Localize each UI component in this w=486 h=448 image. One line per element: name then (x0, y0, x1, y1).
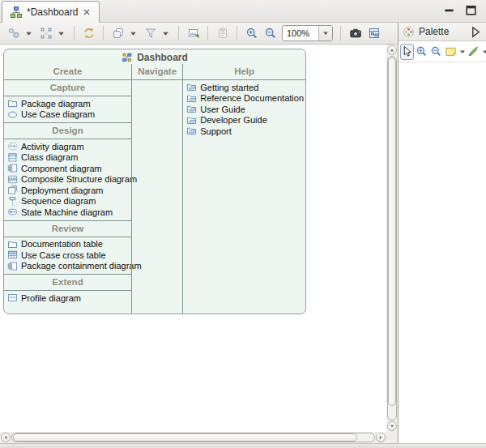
arrange-layout-button-dropdown[interactable] (58, 30, 65, 37)
chevron-down-icon (322, 30, 329, 36)
palette-panel: Palette (398, 23, 486, 443)
zoom-in-button[interactable] (243, 25, 260, 42)
item-support[interactable]: Support (183, 126, 305, 137)
item-use-case-cross-table[interactable]: Use Case cross table (4, 250, 131, 261)
palette-header[interactable]: Palette (399, 23, 486, 41)
export-image-icon (187, 27, 200, 40)
edit-tool-dropdown[interactable] (482, 49, 486, 55)
item-label: Use Case cross table (21, 250, 106, 260)
scroll-left-icon[interactable] (2, 434, 9, 441)
palette-body[interactable] (399, 62, 486, 443)
item-activity-diagram[interactable]: Activity diagram (4, 141, 131, 152)
item-state-machine-diagram[interactable]: State Machine diagram (4, 207, 131, 218)
scroll-down-icon[interactable] (389, 423, 395, 429)
toolbar: 100% (0, 23, 398, 45)
statemachine-icon (7, 207, 18, 217)
maximize-button[interactable] (464, 3, 478, 17)
filter-button[interactable] (142, 25, 159, 42)
item-label: Component diagram (21, 164, 102, 173)
select-tool[interactable] (400, 44, 414, 60)
dashboard-column-help: HelpGetting startedReference Documentati… (183, 64, 305, 314)
filter-icon (144, 27, 157, 40)
item-deployment-diagram[interactable]: Deployment diagram (4, 185, 131, 196)
toolbar-separator (74, 26, 75, 41)
zoom-out-button[interactable] (262, 25, 279, 42)
diagram-nodes-button[interactable] (5, 25, 22, 42)
section-header-design: Design (4, 123, 131, 139)
synchronize-button[interactable] (80, 25, 97, 42)
zoom-level-dropdown-button[interactable] (318, 25, 332, 41)
snapshot-button[interactable] (347, 25, 364, 42)
item-getting-started[interactable]: Getting started (183, 82, 305, 93)
vertical-scroll-track[interactable] (387, 56, 397, 420)
activity-icon (7, 141, 18, 151)
paste-button (214, 25, 231, 42)
dashboard-title-row: Dashboard (4, 49, 305, 64)
column-body (132, 80, 182, 314)
copy-appearance-button[interactable] (109, 25, 126, 42)
nodes-icon (7, 27, 20, 40)
camera-icon (349, 27, 362, 40)
shapes-icon (112, 27, 125, 40)
diagram-window-button[interactable] (365, 25, 382, 42)
item-component-diagram[interactable]: Component diagram (4, 163, 131, 174)
tab-dashboard[interactable]: *Dashboard (2, 1, 100, 23)
item-package-containment-diagram[interactable]: Package containment diagram (4, 261, 131, 272)
item-class-diagram[interactable]: Class diagram (4, 152, 131, 164)
zoom-in-tool[interactable] (415, 44, 428, 60)
usecase-icon (7, 109, 18, 120)
dashboard-icon (122, 52, 133, 63)
item-documentation-table[interactable]: Documentation table (4, 239, 131, 250)
note-tool-dropdown[interactable] (459, 49, 466, 55)
toolbar-separator (178, 26, 179, 41)
scroll-up-icon[interactable] (389, 47, 395, 53)
minimize-button[interactable] (442, 3, 456, 17)
editor-tab-bar: *Dashboard (0, 0, 486, 23)
helpfolder-icon (186, 115, 197, 126)
item-label: Sequence diagram (21, 196, 96, 206)
cursor-icon (401, 45, 413, 58)
copy-appearance-button-dropdown[interactable] (130, 30, 137, 37)
item-label: Package diagram (21, 99, 91, 109)
diagram-nodes-button-dropdown[interactable] (25, 30, 32, 37)
vertical-scrollbar[interactable] (386, 45, 398, 432)
note-tool[interactable] (444, 44, 458, 60)
item-sequence-diagram[interactable]: Sequence diagram (4, 196, 131, 207)
filter-button-dropdown[interactable] (162, 30, 169, 37)
zoom-out-tool[interactable] (429, 44, 443, 60)
zoom-level-input[interactable]: 100% (283, 28, 318, 38)
item-reference-documentation[interactable]: Reference Documentation (183, 93, 305, 105)
item-developer-guide[interactable]: Developer Guide (183, 115, 305, 126)
close-icon[interactable] (82, 7, 92, 17)
diagram-icon (10, 6, 23, 19)
horizontal-scrollbar[interactable] (0, 432, 386, 443)
section-items: «»Profile diagram (4, 291, 131, 306)
item-package-diagram[interactable]: Package diagram (4, 98, 131, 109)
vertical-scroll-thumb[interactable] (388, 58, 396, 406)
section-capture: CapturePackage diagramUse Case diagram (4, 80, 131, 123)
edit-tool[interactable] (467, 44, 480, 60)
helpfolder-icon (186, 93, 197, 104)
palette-expand-icon[interactable] (470, 26, 482, 38)
horizontal-scroll-track[interactable] (11, 433, 375, 442)
item-label: Use Case diagram (21, 109, 95, 119)
item-composite-structure-diagram[interactable]: Composite Structure diagram (4, 174, 131, 186)
helpfolder-icon (186, 104, 197, 114)
scroll-right-icon[interactable] (377, 434, 384, 441)
export-image-button[interactable] (185, 25, 202, 42)
helpfolder-icon (186, 126, 197, 136)
item-user-guide[interactable]: User Guide (183, 104, 305, 115)
zoom-level-combo: 100% (282, 25, 333, 41)
item-use-case-diagram[interactable]: Use Case diagram (4, 109, 131, 121)
section-header-capture: Capture (4, 80, 131, 96)
diagram-canvas[interactable]: Dashboard CreateCapturePackage diagramUs… (0, 45, 386, 432)
scrollbar-corner (386, 432, 398, 443)
pencil-icon (467, 45, 480, 58)
zoom-in-icon (245, 27, 258, 40)
layout-icon (40, 27, 53, 40)
paste-icon (216, 27, 229, 40)
composite-icon (7, 174, 18, 185)
horizontal-scroll-thumb[interactable] (13, 433, 357, 442)
arrange-layout-button[interactable] (37, 25, 54, 42)
item-profile-diagram[interactable]: «»Profile diagram (4, 292, 131, 304)
